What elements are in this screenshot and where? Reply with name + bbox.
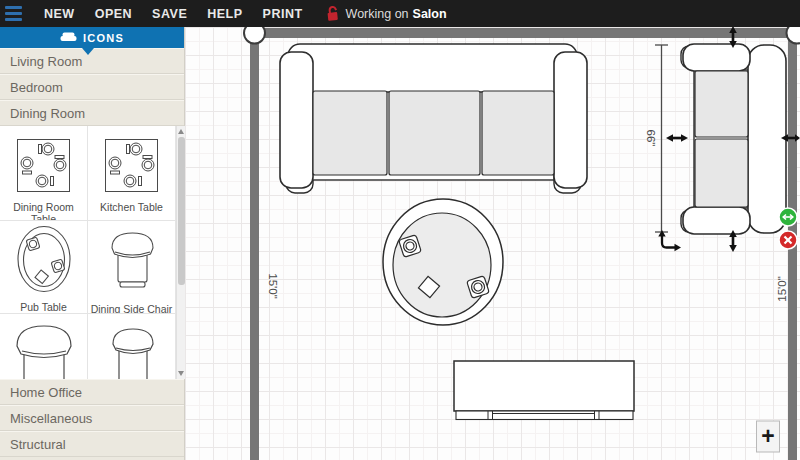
item-delete-button[interactable] — [779, 231, 797, 249]
sidebar-header-label: ICONS — [83, 32, 124, 44]
icon-label: Kitchen Table — [88, 201, 175, 213]
item-confirm-button[interactable] — [779, 208, 797, 226]
loveseat-cushion — [695, 71, 748, 137]
kitchen-table-icon — [102, 134, 162, 196]
icon-pub-table[interactable]: Pub Table — [0, 221, 88, 314]
project-name: Salon — [413, 7, 447, 21]
icon-dining-side-chair[interactable]: Dining Side Chair — [88, 221, 176, 314]
left-wall[interactable] — [250, 28, 259, 460]
side-chair-icon — [103, 320, 161, 379]
sidebar-scrollbar[interactable] — [176, 126, 185, 379]
pub-table-item[interactable] — [383, 199, 503, 325]
sofa-three-seat[interactable] — [280, 44, 587, 193]
icon-chair-partial-right[interactable] — [88, 314, 176, 379]
top-wall[interactable] — [250, 28, 797, 38]
dining-room-table-icon — [14, 134, 74, 196]
sofa-cushion — [389, 91, 480, 175]
icon-dining-room-table[interactable]: Dining Room Table — [0, 126, 88, 221]
table-inner — [393, 213, 491, 317]
sofa-back — [288, 44, 577, 92]
console-top — [454, 361, 634, 411]
scrollbar-thumb[interactable] — [178, 137, 185, 285]
right-wall-dimension-label: 15'0" — [776, 276, 788, 301]
floor-planner-app: NEW OPEN SAVE HELP PRINT Working on Salo… — [0, 0, 800, 460]
armchair-icon — [12, 318, 76, 379]
icon-kitchen-table[interactable]: Kitchen Table — [88, 126, 176, 221]
icon-label: Pub Table — [0, 301, 87, 313]
sofa-cushion — [482, 91, 554, 175]
status-prefix: Working on — [346, 7, 409, 21]
sofa-armrest — [554, 52, 587, 188]
pub-table-icon — [14, 224, 74, 296]
loveseat-selected[interactable] — [681, 44, 786, 234]
couch-icon — [60, 32, 77, 43]
menu-open[interactable]: OPEN — [95, 7, 132, 21]
plus-icon: + — [761, 423, 774, 449]
selected-item-dimension-label: 66" — [645, 130, 657, 147]
sofa-cushion — [313, 91, 387, 175]
category-bedroom[interactable]: Bedroom — [0, 74, 184, 100]
console-table-item[interactable] — [454, 361, 634, 420]
menu-help[interactable]: HELP — [207, 7, 242, 21]
floorplan-canvas[interactable]: 15'0" 15'0" — [185, 27, 800, 460]
wall-corner-handle-left[interactable] — [244, 27, 265, 44]
icon-chair-partial-left[interactable] — [0, 314, 88, 379]
scroll-up-icon[interactable] — [178, 129, 184, 134]
icon-library-panel: Dining Room Table Kitchen Table — [0, 126, 185, 379]
console-front — [456, 411, 633, 420]
scroll-down-icon[interactable] — [178, 371, 184, 376]
loveseat-armrest — [683, 44, 750, 71]
menu-save[interactable]: SAVE — [152, 7, 187, 21]
hamburger-menu-icon[interactable] — [5, 6, 22, 21]
category-home-office[interactable]: Home Office — [0, 379, 184, 405]
loveseat-armrest — [683, 207, 750, 234]
icons-sidebar: ICONS Living Room Bedroom Dining Room Di… — [0, 27, 185, 460]
left-wall-dimension-label: 15'0" — [267, 273, 279, 298]
rotate-handle-icon[interactable] — [658, 230, 681, 251]
category-structural[interactable]: Structural — [0, 431, 184, 457]
resize-handle-left-icon[interactable] — [666, 134, 688, 142]
sofa-armrest — [280, 52, 313, 188]
menu-print[interactable]: PRINT — [263, 7, 303, 21]
menu-new[interactable]: NEW — [44, 7, 75, 21]
loveseat-cushion — [695, 139, 748, 207]
loveseat-back — [748, 45, 786, 233]
zoom-in-button[interactable]: + — [757, 421, 780, 452]
sidebar-header: ICONS — [0, 27, 184, 48]
working-status: Working on Salon — [325, 5, 447, 22]
icon-label: Dining Room Table — [0, 201, 87, 221]
unlock-icon[interactable] — [324, 4, 341, 22]
icon-label: Dining Side Chair — [88, 303, 175, 314]
sidebar-pointer-triangle — [82, 48, 94, 55]
category-dining-room[interactable]: Dining Room — [0, 100, 184, 126]
menubar: NEW OPEN SAVE HELP PRINT Working on Salo… — [0, 0, 800, 27]
dining-side-chair-icon — [103, 226, 161, 298]
category-miscellaneous[interactable]: Miscellaneous — [0, 405, 184, 431]
